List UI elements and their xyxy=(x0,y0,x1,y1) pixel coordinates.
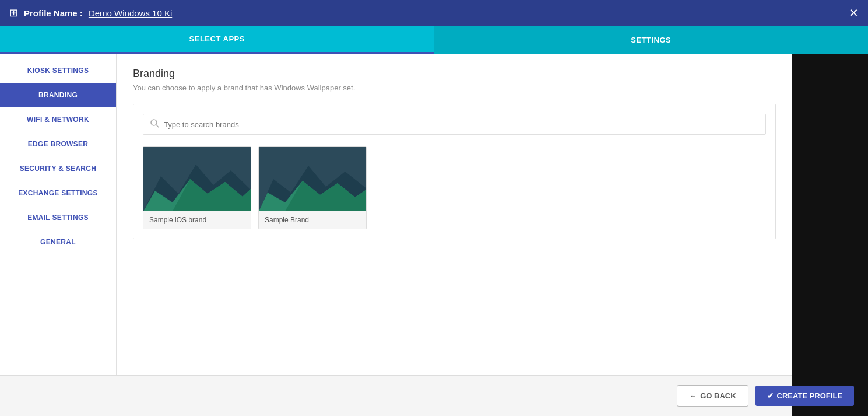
bottom-bar: ← GO BACK ✔ CREATE PROFILE xyxy=(0,375,868,416)
sidebar-item-branding[interactable]: BRANDING xyxy=(0,83,116,107)
brand-card-ios[interactable]: Sample iOS brand xyxy=(143,146,251,229)
windows-icon: ⊞ xyxy=(9,6,18,19)
search-input[interactable] xyxy=(164,120,758,129)
content-area: Branding You can choose to apply a brand… xyxy=(117,54,792,375)
profile-name-value: Demo Windows 10 Ki xyxy=(89,8,172,18)
brand-card-thumbnail-sample xyxy=(259,147,367,211)
back-arrow-icon: ← xyxy=(689,391,697,400)
section-description: You can choose to apply a brand that has… xyxy=(133,83,776,92)
go-back-button[interactable]: ← GO BACK xyxy=(677,385,748,407)
sidebar: KIOSK SETTINGS BRANDING WIFI & NETWORK E… xyxy=(0,54,117,375)
sidebar-item-wifi-network[interactable]: WIFI & NETWORK xyxy=(0,107,116,132)
search-icon xyxy=(150,119,159,130)
title-bar-left: ⊞ Profile Name : Demo Windows 10 Ki xyxy=(9,6,172,19)
checkmark-icon: ✔ xyxy=(767,391,774,400)
brand-card-thumbnail-ios xyxy=(143,147,251,211)
tab-select-apps[interactable]: SELECT APPS xyxy=(0,26,434,54)
create-profile-label: CREATE PROFILE xyxy=(777,391,842,400)
brand-card-label-ios: Sample iOS brand xyxy=(143,211,251,229)
page-title: Branding xyxy=(133,68,776,80)
right-dark-area xyxy=(792,54,868,416)
brand-cards: Sample iOS brand Sample xyxy=(143,146,766,229)
brand-panel: Sample iOS brand Sample xyxy=(133,104,776,239)
sidebar-item-kiosk-settings[interactable]: KIOSK SETTINGS xyxy=(0,58,116,83)
close-button[interactable]: ✕ xyxy=(849,7,859,19)
svg-line-1 xyxy=(156,125,159,127)
brand-card-label-sample: Sample Brand xyxy=(259,211,366,229)
create-profile-button[interactable]: ✔ CREATE PROFILE xyxy=(755,386,854,406)
sidebar-item-general[interactable]: GENERAL xyxy=(0,230,116,254)
title-bar: ⊞ Profile Name : Demo Windows 10 Ki ✕ xyxy=(0,0,868,26)
sidebar-item-email-settings[interactable]: EMAIL SETTINGS xyxy=(0,205,116,230)
go-back-label: GO BACK xyxy=(700,391,736,400)
sidebar-item-exchange-settings[interactable]: EXCHANGE SETTINGS xyxy=(0,181,116,205)
tab-bar: SELECT APPS SETTINGS xyxy=(0,26,868,54)
sidebar-item-edge-browser[interactable]: EDGE BROWSER xyxy=(0,132,116,156)
sidebar-item-security-search[interactable]: SECURITY & SEARCH xyxy=(0,156,116,181)
profile-name-label: Profile Name : xyxy=(24,8,83,18)
search-bar xyxy=(143,114,766,135)
brand-card-sample[interactable]: Sample Brand xyxy=(258,146,367,229)
tab-settings[interactable]: SETTINGS xyxy=(434,26,869,54)
